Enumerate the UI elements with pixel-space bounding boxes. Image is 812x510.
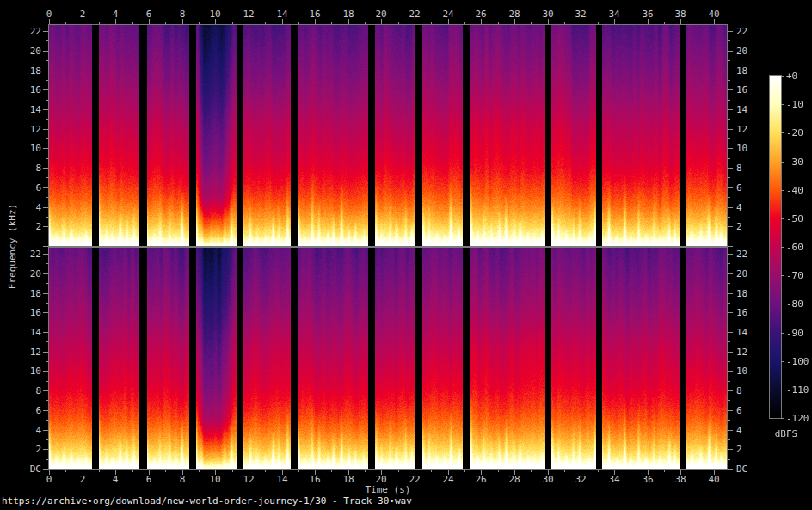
freq-tick-label: 4 [17, 426, 41, 435]
time-minor-tick [265, 470, 266, 472]
time-tick-label: 36 [635, 9, 661, 19]
freq-tick [43, 352, 48, 353]
freq-minor-tick [46, 119, 48, 120]
freq-minor-tick [728, 459, 730, 460]
freq-minor-tick [46, 237, 48, 237]
freq-tick [728, 168, 733, 169]
freq-tick [728, 293, 733, 294]
freq-minor-tick [46, 138, 48, 139]
freq-tick-label: 22 [736, 27, 762, 36]
freq-tick-label: 16 [736, 308, 762, 317]
freq-tick [43, 187, 48, 188]
time-tick-label: 10 [202, 475, 228, 484]
freq-minor-tick [46, 40, 48, 41]
freq-tick-label: 16 [17, 85, 41, 95]
colorbar-tick-label: -60 [786, 243, 812, 252]
freq-tick-label: 20 [17, 46, 41, 56]
freq-tick [728, 89, 733, 90]
time-minor-tick [165, 470, 166, 472]
time-tick-label: 34 [601, 9, 627, 19]
freq-tick-label: 2 [17, 445, 41, 454]
freq-tick [728, 273, 733, 274]
freq-tick-label: 14 [17, 105, 41, 114]
freq-dc-tick [43, 246, 48, 247]
freq-tick [43, 293, 48, 294]
freq-tick [728, 71, 733, 71]
time-minor-tick [498, 470, 499, 472]
freq-tick [728, 312, 733, 313]
colorbar-tick-label: -70 [786, 271, 812, 280]
freq-minor-tick [728, 361, 730, 362]
time-minor-tick [631, 470, 631, 472]
time-tick-label: 20 [368, 9, 394, 19]
colorbar-tick [781, 218, 784, 219]
freq-tick-label: 12 [736, 347, 762, 357]
footer-source-text: https://archive•org/download/new-world-o… [2, 496, 412, 507]
time-tick-label: 26 [468, 475, 494, 484]
freq-tick-label: 10 [17, 144, 41, 153]
time-minor-tick [99, 470, 100, 472]
freq-tick-label: 16 [736, 85, 762, 95]
colorbar [769, 75, 782, 419]
freq-tick [43, 31, 48, 32]
freq-minor-tick [728, 100, 730, 101]
freq-tick [728, 430, 733, 431]
freq-minor-tick [728, 119, 730, 120]
colorbar-tick-label: -10 [786, 100, 812, 109]
freq-minor-tick [46, 283, 48, 284]
freq-tick-label: 12 [736, 125, 762, 134]
freq-minor-tick [46, 341, 48, 342]
freq-tick-label: 10 [736, 144, 762, 153]
time-minor-tick [431, 470, 432, 472]
freq-minor-tick [728, 420, 730, 421]
colorbar-unit-label: dBFS [766, 429, 807, 439]
freq-tick-label: 6 [736, 406, 762, 415]
time-tick-label: 24 [435, 475, 461, 484]
time-minor-tick [464, 470, 465, 472]
freq-tick-label: 22 [17, 27, 41, 36]
freq-tick [43, 71, 48, 71]
freq-minor-tick [46, 303, 48, 304]
time-tick-label: 12 [236, 9, 261, 19]
colorbar-tick-label: -110 [786, 385, 812, 395]
colorbar-tick-label: -20 [786, 128, 812, 138]
time-tick-label: 18 [335, 9, 361, 19]
colorbar-tick-label: -90 [786, 329, 812, 338]
freq-tick-label: 20 [736, 269, 762, 279]
freq-tick [728, 148, 733, 149]
freq-minor-tick [728, 400, 730, 401]
freq-tick [43, 312, 48, 313]
freq-tick [43, 226, 48, 227]
freq-dc-tick [728, 246, 733, 247]
time-tick-label: 2 [70, 475, 95, 484]
freq-minor-tick [46, 381, 48, 382]
freq-minor-tick [728, 177, 730, 178]
freq-minor-tick [728, 263, 730, 264]
freq-tick-label: 10 [736, 366, 762, 376]
colorbar-tick-label: -100 [786, 357, 812, 366]
freq-tick [43, 109, 48, 110]
freq-minor-tick [728, 40, 730, 41]
freq-tick-label: 22 [736, 249, 762, 259]
time-tick-label: 22 [402, 475, 428, 484]
time-tick-label: 2 [70, 9, 95, 19]
freq-tick-label: 14 [736, 105, 762, 114]
freq-minor-tick [46, 60, 48, 61]
freq-tick-label: 12 [17, 347, 41, 357]
freq-tick [728, 332, 733, 333]
time-tick-label: 4 [102, 9, 128, 19]
time-minor-tick [65, 470, 66, 472]
freq-tick-label: 4 [736, 203, 762, 212]
time-axis-title: Time (s) [336, 485, 440, 495]
freq-dc-tick [728, 469, 733, 470]
colorbar-tick [781, 247, 784, 248]
freq-tick [728, 207, 733, 208]
time-minor-tick [664, 470, 665, 472]
freq-tick-label: 8 [17, 386, 41, 396]
freq-tick [43, 449, 48, 450]
freq-minor-tick [46, 361, 48, 362]
freq-minor-tick [46, 217, 48, 218]
freq-tick [728, 31, 733, 32]
freq-minor-tick [46, 197, 48, 198]
colorbar-tick [781, 132, 784, 133]
